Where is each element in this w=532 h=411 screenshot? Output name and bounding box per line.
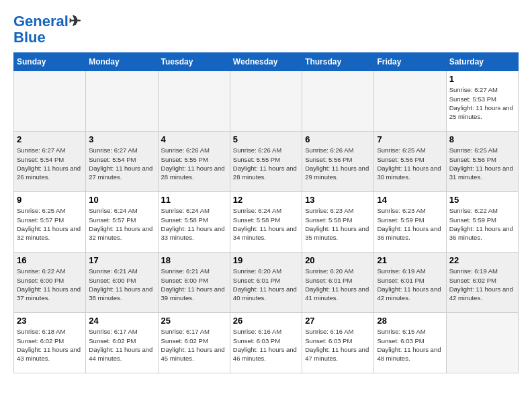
day-info: Sunrise: 6:19 AM Sunset: 6:02 PM Dayligh… [449, 267, 515, 302]
day-number: 18 [161, 255, 227, 265]
day-number: 16 [17, 255, 83, 265]
day-info: Sunrise: 6:27 AM Sunset: 5:54 PM Dayligh… [17, 146, 83, 181]
day-number: 10 [89, 195, 154, 205]
calendar-cell: 25Sunrise: 6:17 AM Sunset: 6:02 PM Dayli… [158, 313, 230, 373]
day-number: 6 [305, 134, 371, 144]
week-row-1: 1Sunrise: 6:27 AM Sunset: 5:53 PM Daylig… [14, 71, 519, 132]
calendar-table: SundayMondayTuesdayWednesdayThursdayFrid… [13, 52, 519, 373]
day-info: Sunrise: 6:25 AM Sunset: 5:56 PM Dayligh… [449, 146, 515, 181]
calendar-cell: 7Sunrise: 6:25 AM Sunset: 5:56 PM Daylig… [374, 132, 446, 192]
day-info: Sunrise: 6:25 AM Sunset: 5:57 PM Dayligh… [17, 206, 83, 242]
day-number: 12 [233, 195, 299, 205]
day-info: Sunrise: 6:21 AM Sunset: 6:00 PM Dayligh… [161, 267, 227, 302]
day-info: Sunrise: 6:24 AM Sunset: 5:58 PM Dayligh… [233, 206, 299, 242]
day-info: Sunrise: 6:27 AM Sunset: 5:53 PM Dayligh… [449, 85, 515, 121]
day-info: Sunrise: 6:19 AM Sunset: 6:01 PM Dayligh… [377, 267, 443, 302]
calendar-cell: 16Sunrise: 6:22 AM Sunset: 6:00 PM Dayli… [14, 253, 86, 313]
day-info: Sunrise: 6:20 AM Sunset: 6:01 PM Dayligh… [233, 267, 299, 302]
calendar-cell [302, 71, 374, 132]
calendar-cell: 9Sunrise: 6:25 AM Sunset: 5:57 PM Daylig… [14, 192, 86, 253]
day-number: 8 [449, 134, 515, 144]
col-header-monday: Monday [86, 53, 158, 71]
day-number: 15 [449, 195, 515, 205]
calendar-cell: 24Sunrise: 6:17 AM Sunset: 6:02 PM Dayli… [86, 313, 158, 373]
day-info: Sunrise: 6:26 AM Sunset: 5:55 PM Dayligh… [161, 146, 227, 181]
day-number: 22 [449, 255, 515, 265]
calendar-cell: 3Sunrise: 6:27 AM Sunset: 5:54 PM Daylig… [86, 132, 158, 192]
day-number: 17 [89, 255, 154, 265]
calendar-cell: 26Sunrise: 6:16 AM Sunset: 6:03 PM Dayli… [230, 313, 302, 373]
calendar-cell: 2Sunrise: 6:27 AM Sunset: 5:54 PM Daylig… [14, 132, 86, 192]
calendar-cell: 11Sunrise: 6:24 AM Sunset: 5:58 PM Dayli… [158, 192, 230, 253]
calendar-cell: 22Sunrise: 6:19 AM Sunset: 6:02 PM Dayli… [446, 253, 518, 313]
day-number: 3 [89, 134, 154, 144]
day-number: 28 [377, 316, 443, 326]
col-header-tuesday: Tuesday [158, 53, 230, 71]
day-info: Sunrise: 6:26 AM Sunset: 5:55 PM Dayligh… [233, 146, 299, 181]
calendar-cell [14, 71, 86, 132]
page-header: General✈Blue [13, 13, 519, 46]
day-number: 20 [305, 255, 371, 265]
day-number: 27 [305, 316, 371, 326]
day-info: Sunrise: 6:18 AM Sunset: 6:02 PM Dayligh… [17, 327, 83, 363]
day-number: 7 [377, 134, 443, 144]
day-number: 25 [161, 316, 227, 326]
day-number: 5 [233, 134, 299, 144]
day-info: Sunrise: 6:21 AM Sunset: 6:00 PM Dayligh… [89, 267, 154, 302]
col-header-friday: Friday [374, 53, 446, 71]
day-number: 14 [377, 195, 443, 205]
col-header-saturday: Saturday [446, 53, 518, 71]
day-info: Sunrise: 6:20 AM Sunset: 6:01 PM Dayligh… [305, 267, 371, 302]
calendar-cell: 6Sunrise: 6:26 AM Sunset: 5:56 PM Daylig… [302, 132, 374, 192]
calendar-cell: 19Sunrise: 6:20 AM Sunset: 6:01 PM Dayli… [230, 253, 302, 313]
day-number: 11 [161, 195, 227, 205]
calendar-cell: 8Sunrise: 6:25 AM Sunset: 5:56 PM Daylig… [446, 132, 518, 192]
day-number: 26 [233, 316, 299, 326]
day-info: Sunrise: 6:23 AM Sunset: 5:58 PM Dayligh… [305, 206, 371, 242]
calendar-cell: 5Sunrise: 6:26 AM Sunset: 5:55 PM Daylig… [230, 132, 302, 192]
day-info: Sunrise: 6:16 AM Sunset: 6:03 PM Dayligh… [233, 327, 299, 363]
calendar-cell [86, 71, 158, 132]
week-row-3: 9Sunrise: 6:25 AM Sunset: 5:57 PM Daylig… [14, 192, 519, 253]
calendar-cell: 27Sunrise: 6:16 AM Sunset: 6:03 PM Dayli… [302, 313, 374, 373]
day-info: Sunrise: 6:24 AM Sunset: 5:57 PM Dayligh… [89, 206, 154, 242]
week-row-2: 2Sunrise: 6:27 AM Sunset: 5:54 PM Daylig… [14, 132, 519, 192]
day-number: 13 [305, 195, 371, 205]
col-header-thursday: Thursday [302, 53, 374, 71]
calendar-cell: 17Sunrise: 6:21 AM Sunset: 6:00 PM Dayli… [86, 253, 158, 313]
calendar-cell: 10Sunrise: 6:24 AM Sunset: 5:57 PM Dayli… [86, 192, 158, 253]
day-number: 4 [161, 134, 227, 144]
col-header-sunday: Sunday [14, 53, 86, 71]
day-info: Sunrise: 6:27 AM Sunset: 5:54 PM Dayligh… [89, 146, 154, 181]
day-info: Sunrise: 6:17 AM Sunset: 6:02 PM Dayligh… [89, 327, 154, 363]
calendar-cell: 28Sunrise: 6:15 AM Sunset: 6:03 PM Dayli… [374, 313, 446, 373]
day-info: Sunrise: 6:26 AM Sunset: 5:56 PM Dayligh… [305, 146, 371, 181]
calendar-cell: 21Sunrise: 6:19 AM Sunset: 6:01 PM Dayli… [374, 253, 446, 313]
calendar-cell: 14Sunrise: 6:23 AM Sunset: 5:59 PM Dayli… [374, 192, 446, 253]
calendar-cell [230, 71, 302, 132]
day-info: Sunrise: 6:23 AM Sunset: 5:59 PM Dayligh… [377, 206, 443, 242]
day-info: Sunrise: 6:22 AM Sunset: 5:59 PM Dayligh… [449, 206, 515, 242]
day-info: Sunrise: 6:16 AM Sunset: 6:03 PM Dayligh… [305, 327, 371, 363]
day-number: 24 [89, 316, 154, 326]
logo: General✈Blue [13, 13, 81, 46]
day-info: Sunrise: 6:22 AM Sunset: 6:00 PM Dayligh… [17, 267, 83, 302]
calendar-cell [374, 71, 446, 132]
logo-text: General✈Blue [13, 13, 81, 46]
week-row-5: 23Sunrise: 6:18 AM Sunset: 6:02 PM Dayli… [14, 313, 519, 373]
day-info: Sunrise: 6:25 AM Sunset: 5:56 PM Dayligh… [377, 146, 443, 181]
day-number: 2 [17, 134, 83, 144]
calendar-cell [158, 71, 230, 132]
col-header-wednesday: Wednesday [230, 53, 302, 71]
header-row: SundayMondayTuesdayWednesdayThursdayFrid… [14, 53, 519, 71]
calendar-cell: 23Sunrise: 6:18 AM Sunset: 6:02 PM Dayli… [14, 313, 86, 373]
day-number: 21 [377, 255, 443, 265]
day-info: Sunrise: 6:24 AM Sunset: 5:58 PM Dayligh… [161, 206, 227, 242]
calendar-cell: 20Sunrise: 6:20 AM Sunset: 6:01 PM Dayli… [302, 253, 374, 313]
calendar-cell: 13Sunrise: 6:23 AM Sunset: 5:58 PM Dayli… [302, 192, 374, 253]
calendar-cell: 18Sunrise: 6:21 AM Sunset: 6:00 PM Dayli… [158, 253, 230, 313]
day-info: Sunrise: 6:17 AM Sunset: 6:02 PM Dayligh… [161, 327, 227, 363]
calendar-cell [446, 313, 518, 373]
day-number: 9 [17, 195, 83, 205]
calendar-cell: 12Sunrise: 6:24 AM Sunset: 5:58 PM Dayli… [230, 192, 302, 253]
